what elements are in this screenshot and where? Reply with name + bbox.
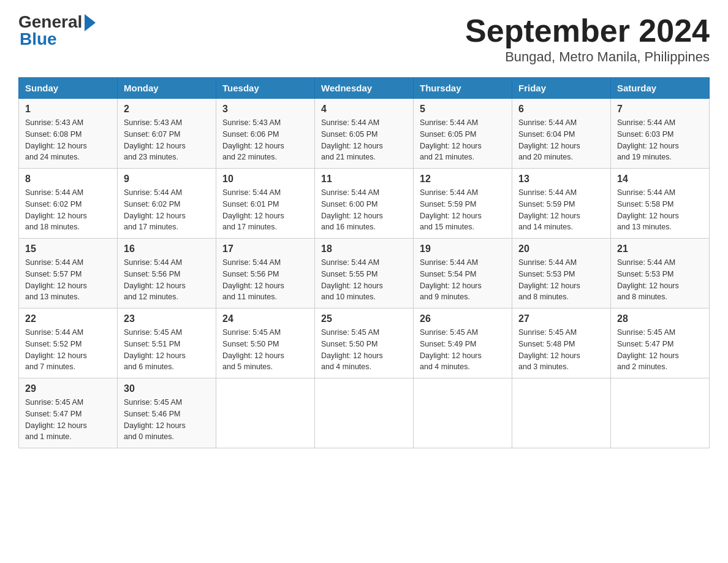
day-number: 19 — [420, 243, 506, 255]
day-number: 4 — [321, 104, 407, 115]
table-row: 8Sunrise: 5:44 AMSunset: 6:02 PMDaylight… — [19, 169, 118, 239]
header-saturday: Saturday — [611, 78, 710, 99]
day-info: Sunrise: 5:45 AMSunset: 5:51 PMDaylight:… — [124, 327, 210, 373]
day-number: 30 — [124, 383, 210, 394]
day-number: 8 — [25, 174, 111, 185]
day-number: 6 — [518, 104, 604, 115]
day-info: Sunrise: 5:43 AMSunset: 6:06 PMDaylight:… — [222, 117, 308, 163]
day-number: 29 — [25, 383, 111, 394]
day-number: 3 — [222, 104, 308, 115]
table-row: 12Sunrise: 5:44 AMSunset: 5:59 PMDayligh… — [414, 169, 512, 239]
page-header: General Blue September 2024 Bungad, Metr… — [18, 12, 710, 65]
table-row: 3Sunrise: 5:43 AMSunset: 6:06 PMDaylight… — [216, 99, 315, 169]
day-info: Sunrise: 5:43 AMSunset: 6:08 PMDaylight:… — [25, 117, 111, 163]
day-number: 20 — [518, 243, 604, 255]
day-number: 27 — [518, 313, 604, 324]
table-row: 7Sunrise: 5:44 AMSunset: 6:03 PMDaylight… — [611, 99, 710, 169]
day-info: Sunrise: 5:44 AMSunset: 5:59 PMDaylight:… — [518, 187, 604, 233]
table-row: 20Sunrise: 5:44 AMSunset: 5:53 PMDayligh… — [512, 239, 611, 308]
table-row: 16Sunrise: 5:44 AMSunset: 5:56 PMDayligh… — [118, 239, 216, 308]
table-row — [216, 378, 315, 448]
header-friday: Friday — [512, 78, 611, 99]
table-row: 26Sunrise: 5:45 AMSunset: 5:49 PMDayligh… — [414, 308, 512, 378]
title-block: September 2024 Bungad, Metro Manila, Phi… — [465, 12, 710, 65]
day-number: 5 — [420, 104, 506, 115]
table-row: 25Sunrise: 5:45 AMSunset: 5:50 PMDayligh… — [315, 308, 414, 378]
day-info: Sunrise: 5:45 AMSunset: 5:47 PMDaylight:… — [25, 397, 111, 443]
table-row: 21Sunrise: 5:44 AMSunset: 5:53 PMDayligh… — [611, 239, 710, 308]
day-number: 15 — [25, 243, 111, 255]
table-row — [611, 378, 710, 448]
day-info: Sunrise: 5:44 AMSunset: 5:56 PMDaylight:… — [222, 257, 308, 303]
table-row: 5Sunrise: 5:44 AMSunset: 6:05 PMDaylight… — [414, 99, 512, 169]
page-title: September 2024 — [465, 12, 710, 49]
day-number: 17 — [222, 243, 308, 255]
table-row: 24Sunrise: 5:45 AMSunset: 5:50 PMDayligh… — [216, 308, 315, 378]
day-info: Sunrise: 5:44 AMSunset: 5:53 PMDaylight:… — [518, 257, 604, 303]
day-info: Sunrise: 5:44 AMSunset: 6:04 PMDaylight:… — [518, 117, 604, 163]
day-info: Sunrise: 5:45 AMSunset: 5:46 PMDaylight:… — [124, 397, 210, 443]
table-row: 17Sunrise: 5:44 AMSunset: 5:56 PMDayligh… — [216, 239, 315, 308]
day-info: Sunrise: 5:44 AMSunset: 5:55 PMDaylight:… — [321, 257, 407, 303]
table-row: 10Sunrise: 5:44 AMSunset: 6:01 PMDayligh… — [216, 169, 315, 239]
day-info: Sunrise: 5:43 AMSunset: 6:07 PMDaylight:… — [124, 117, 210, 163]
day-number: 21 — [617, 243, 703, 255]
calendar-body: 1Sunrise: 5:43 AMSunset: 6:08 PMDaylight… — [19, 99, 710, 448]
day-info: Sunrise: 5:44 AMSunset: 6:02 PMDaylight:… — [124, 187, 210, 233]
logo: General Blue — [18, 12, 96, 49]
day-info: Sunrise: 5:45 AMSunset: 5:50 PMDaylight:… — [321, 327, 407, 373]
header-tuesday: Tuesday — [216, 78, 315, 99]
logo-blue-text: Blue — [20, 29, 57, 49]
day-info: Sunrise: 5:44 AMSunset: 6:05 PMDaylight:… — [420, 117, 506, 163]
table-row: 13Sunrise: 5:44 AMSunset: 5:59 PMDayligh… — [512, 169, 611, 239]
day-number: 24 — [222, 313, 308, 324]
day-info: Sunrise: 5:44 AMSunset: 6:02 PMDaylight:… — [25, 187, 111, 233]
logo-arrow-icon — [85, 14, 96, 31]
table-row — [315, 378, 414, 448]
day-info: Sunrise: 5:44 AMSunset: 6:00 PMDaylight:… — [321, 187, 407, 233]
day-info: Sunrise: 5:44 AMSunset: 5:56 PMDaylight:… — [124, 257, 210, 303]
table-row: 23Sunrise: 5:45 AMSunset: 5:51 PMDayligh… — [118, 308, 216, 378]
day-number: 14 — [617, 174, 703, 185]
day-info: Sunrise: 5:45 AMSunset: 5:50 PMDaylight:… — [222, 327, 308, 373]
day-info: Sunrise: 5:45 AMSunset: 5:49 PMDaylight:… — [420, 327, 506, 373]
table-row: 28Sunrise: 5:45 AMSunset: 5:47 PMDayligh… — [611, 308, 710, 378]
table-row: 2Sunrise: 5:43 AMSunset: 6:07 PMDaylight… — [118, 99, 216, 169]
table-row: 14Sunrise: 5:44 AMSunset: 5:58 PMDayligh… — [611, 169, 710, 239]
day-number: 22 — [25, 313, 111, 324]
header-thursday: Thursday — [414, 78, 512, 99]
header-monday: Monday — [118, 78, 216, 99]
day-info: Sunrise: 5:44 AMSunset: 5:57 PMDaylight:… — [25, 257, 111, 303]
day-number: 13 — [518, 174, 604, 185]
table-row: 30Sunrise: 5:45 AMSunset: 5:46 PMDayligh… — [118, 378, 216, 448]
day-number: 12 — [420, 174, 506, 185]
table-row: 19Sunrise: 5:44 AMSunset: 5:54 PMDayligh… — [414, 239, 512, 308]
header-wednesday: Wednesday — [315, 78, 414, 99]
day-number: 7 — [617, 104, 703, 115]
day-number: 2 — [124, 104, 210, 115]
page-subtitle: Bungad, Metro Manila, Philippines — [465, 49, 710, 65]
day-info: Sunrise: 5:44 AMSunset: 5:59 PMDaylight:… — [420, 187, 506, 233]
table-row: 9Sunrise: 5:44 AMSunset: 6:02 PMDaylight… — [118, 169, 216, 239]
day-number: 25 — [321, 313, 407, 324]
table-row — [512, 378, 611, 448]
day-number: 1 — [25, 104, 111, 115]
day-info: Sunrise: 5:44 AMSunset: 5:52 PMDaylight:… — [25, 327, 111, 373]
table-row: 6Sunrise: 5:44 AMSunset: 6:04 PMDaylight… — [512, 99, 611, 169]
day-number: 11 — [321, 174, 407, 185]
day-number: 26 — [420, 313, 506, 324]
day-number: 28 — [617, 313, 703, 324]
table-row: 1Sunrise: 5:43 AMSunset: 6:08 PMDaylight… — [19, 99, 118, 169]
table-row: 22Sunrise: 5:44 AMSunset: 5:52 PMDayligh… — [19, 308, 118, 378]
table-row: 27Sunrise: 5:45 AMSunset: 5:48 PMDayligh… — [512, 308, 611, 378]
table-row: 11Sunrise: 5:44 AMSunset: 6:00 PMDayligh… — [315, 169, 414, 239]
table-row: 18Sunrise: 5:44 AMSunset: 5:55 PMDayligh… — [315, 239, 414, 308]
day-number: 10 — [222, 174, 308, 185]
table-row — [414, 378, 512, 448]
table-row: 29Sunrise: 5:45 AMSunset: 5:47 PMDayligh… — [19, 378, 118, 448]
day-info: Sunrise: 5:44 AMSunset: 6:03 PMDaylight:… — [617, 117, 703, 163]
calendar-table: Sunday Monday Tuesday Wednesday Thursday… — [18, 77, 710, 448]
day-number: 9 — [124, 174, 210, 185]
header-sunday: Sunday — [19, 78, 118, 99]
day-number: 23 — [124, 313, 210, 324]
